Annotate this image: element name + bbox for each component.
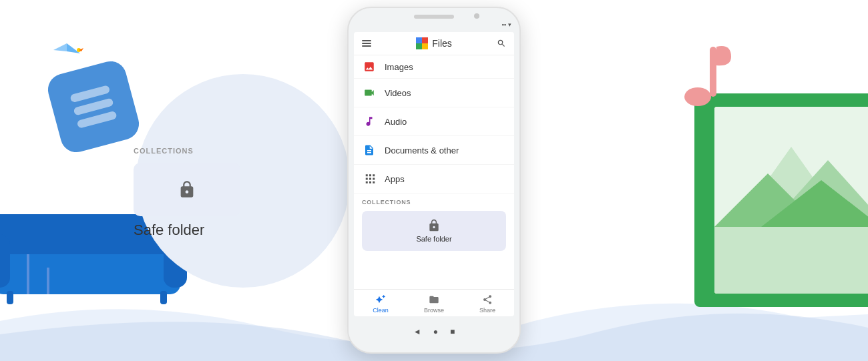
menu-item-documents[interactable]: Documents & other bbox=[354, 136, 514, 165]
phone-mockup: ▪▪ ▾ Files bbox=[347, 7, 521, 354]
hamburger-line-1 bbox=[362, 40, 371, 41]
clean-icon bbox=[375, 294, 387, 306]
safe-folder-standalone-label: Safe folder bbox=[134, 222, 240, 239]
lock-icon-standalone bbox=[178, 180, 196, 199]
files-app-logo bbox=[416, 37, 428, 49]
svg-rect-8 bbox=[7, 291, 13, 304]
apps-icon bbox=[362, 171, 377, 186]
videos-label: Videos bbox=[385, 88, 411, 98]
bird-icon bbox=[47, 37, 87, 67]
svg-rect-16 bbox=[714, 227, 868, 294]
svg-rect-19 bbox=[416, 37, 422, 43]
status-bar: ▪▪ ▾ bbox=[349, 19, 519, 28]
hamburger-line-2 bbox=[362, 43, 371, 44]
status-squares: ▪▪ bbox=[502, 21, 506, 28]
phone-screen: Files Images bbox=[354, 32, 514, 316]
card-lines bbox=[69, 85, 117, 129]
phone-nav-bar: ◄ ● ■ bbox=[349, 322, 519, 344]
svg-rect-21 bbox=[416, 43, 422, 49]
blue-card-decoration bbox=[45, 58, 143, 156]
search-button[interactable] bbox=[497, 39, 506, 48]
svg-marker-1 bbox=[53, 43, 67, 51]
images-label: Images bbox=[385, 62, 413, 72]
menu-item-apps[interactable]: Apps bbox=[354, 165, 514, 194]
collections-panel: COLLECTIONS Safe folder bbox=[134, 147, 240, 239]
hamburger-line-3 bbox=[362, 45, 371, 47]
music-note-decoration bbox=[681, 40, 734, 107]
svg-rect-9 bbox=[160, 291, 167, 304]
bottom-nav: Clean Browse Share bbox=[354, 289, 514, 316]
nav-item-browse[interactable]: Browse bbox=[407, 294, 461, 314]
images-icon bbox=[362, 59, 377, 74]
safe-folder-lock-icon bbox=[427, 219, 441, 232]
documents-label: Documents & other bbox=[385, 145, 459, 155]
collections-section-label: COLLECTIONS bbox=[354, 194, 514, 208]
menu-item-videos[interactable]: Videos bbox=[354, 79, 514, 107]
nav-item-clean[interactable]: Clean bbox=[354, 294, 407, 314]
menu-button[interactable] bbox=[362, 40, 371, 47]
svg-rect-22 bbox=[422, 43, 428, 49]
svg-rect-20 bbox=[422, 37, 428, 43]
home-button[interactable]: ● bbox=[433, 327, 438, 336]
menu-item-images[interactable]: Images bbox=[354, 55, 514, 79]
app-title-text: Files bbox=[432, 38, 452, 49]
landscape-art bbox=[714, 107, 868, 294]
lamp-post-2 bbox=[47, 268, 49, 294]
videos-icon bbox=[362, 85, 377, 100]
safe-folder-menu-card[interactable]: Safe folder bbox=[362, 211, 506, 251]
browse-icon bbox=[428, 294, 440, 306]
safe-folder-menu-label: Safe folder bbox=[416, 235, 451, 243]
back-button[interactable]: ◄ bbox=[413, 327, 421, 336]
audio-icon bbox=[362, 114, 377, 129]
browse-label: Browse bbox=[424, 307, 444, 314]
menu-item-audio[interactable]: Audio bbox=[354, 107, 514, 136]
safe-folder-card-standalone[interactable] bbox=[134, 163, 240, 216]
share-label: Share bbox=[479, 307, 495, 314]
phone-camera bbox=[474, 13, 479, 19]
svg-rect-18 bbox=[710, 47, 716, 97]
app-header: Files bbox=[354, 32, 514, 55]
collections-panel-title: COLLECTIONS bbox=[134, 147, 240, 155]
menu-list: Images Videos Audio bbox=[354, 55, 514, 289]
nav-item-share[interactable]: Share bbox=[461, 294, 514, 314]
recents-button[interactable]: ■ bbox=[450, 327, 455, 336]
green-frame-inner bbox=[714, 107, 868, 294]
apps-label: Apps bbox=[385, 174, 405, 184]
share-icon bbox=[481, 294, 493, 306]
status-signal: ▾ bbox=[508, 21, 511, 28]
clean-label: Clean bbox=[373, 307, 389, 314]
audio-label: Audio bbox=[385, 117, 407, 127]
svg-point-17 bbox=[684, 87, 711, 106]
svg-rect-6 bbox=[0, 234, 10, 288]
app-title-group: Files bbox=[416, 37, 452, 49]
lamp-post-1 bbox=[27, 254, 29, 294]
documents-icon bbox=[362, 143, 377, 157]
